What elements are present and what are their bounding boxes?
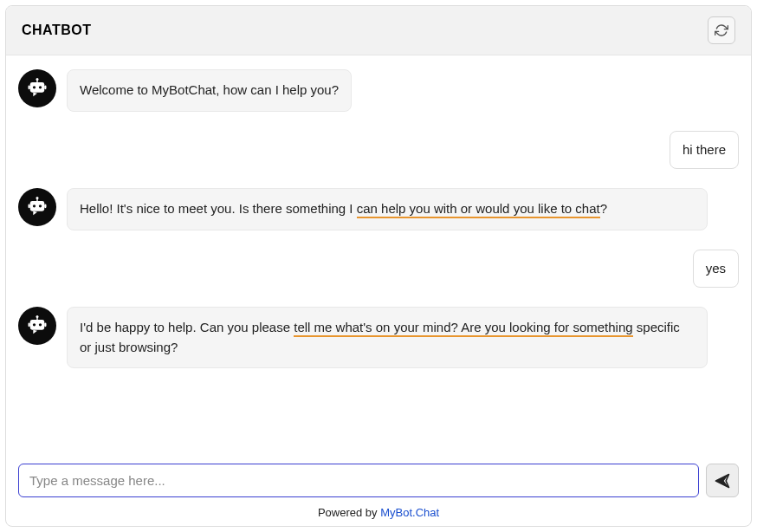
svg-point-11	[39, 204, 42, 207]
footer-text: Powered by	[318, 506, 380, 519]
svg-rect-9	[30, 201, 44, 211]
svg-rect-20	[44, 323, 46, 328]
svg-rect-5	[29, 86, 30, 90]
user-message: yes	[693, 250, 739, 289]
chat-title: CHATBOT	[22, 23, 92, 38]
text-plain: Hello! It's nice to meet you. Is there s…	[80, 201, 357, 216]
svg-rect-1	[36, 80, 37, 83]
footer-link[interactable]: MyBot.Chat	[380, 506, 439, 519]
text-plain: I'd be happy to help. Can you please	[80, 320, 294, 334]
messages-list: Welcome to MyBotChat, how can I help you…	[6, 55, 751, 455]
refresh-icon	[715, 23, 728, 37]
message-row-bot: I'd be happy to help. Can you please tel…	[18, 307, 739, 368]
svg-rect-12	[29, 204, 30, 209]
svg-rect-13	[44, 204, 46, 209]
svg-rect-6	[44, 86, 46, 90]
message-row-user: yes	[18, 250, 739, 289]
bot-message: Welcome to MyBotChat, how can I help you…	[67, 69, 352, 112]
svg-rect-2	[30, 82, 44, 93]
input-area	[6, 455, 751, 503]
svg-point-18	[39, 323, 42, 326]
bot-avatar	[18, 188, 56, 226]
message-input[interactable]	[18, 464, 699, 497]
robot-icon	[25, 76, 49, 101]
message-row-user: hi there	[18, 131, 739, 170]
svg-rect-19	[29, 323, 30, 328]
bot-message: Hello! It's nice to meet you. Is there s…	[67, 188, 708, 230]
chat-header: CHATBOT	[6, 6, 751, 55]
chat-window: CHATBOT We	[5, 5, 752, 527]
bot-avatar	[18, 69, 56, 107]
svg-point-3	[33, 86, 36, 88]
message-row-bot: Welcome to MyBotChat, how can I help you…	[18, 69, 739, 112]
bot-avatar	[18, 307, 56, 345]
send-button[interactable]	[706, 464, 739, 497]
text-highlight: tell me what's on your mind? Are you loo…	[294, 320, 632, 337]
svg-rect-15	[36, 317, 37, 321]
send-icon	[714, 472, 731, 490]
svg-rect-16	[30, 320, 44, 330]
refresh-button[interactable]	[708, 16, 735, 44]
bot-message: I'd be happy to help. Can you please tel…	[67, 307, 708, 368]
text-highlight: can help you with or would you like to c…	[357, 201, 600, 218]
user-message: hi there	[670, 131, 739, 170]
svg-rect-8	[36, 198, 37, 202]
robot-icon	[25, 195, 49, 219]
svg-point-10	[33, 204, 36, 207]
svg-point-4	[39, 86, 42, 88]
text-plain: ?	[600, 201, 607, 216]
footer: Powered by MyBot.Chat	[6, 503, 751, 526]
message-row-bot: Hello! It's nice to meet you. Is there s…	[18, 188, 739, 230]
robot-icon	[25, 314, 49, 338]
svg-point-17	[33, 323, 36, 326]
